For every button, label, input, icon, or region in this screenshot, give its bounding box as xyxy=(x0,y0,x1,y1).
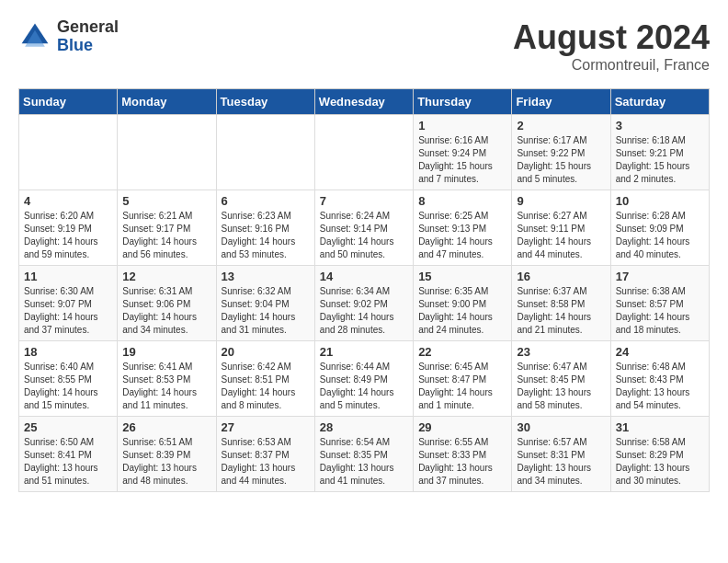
day-info: Sunrise: 6:50 AM Sunset: 8:41 PM Dayligh… xyxy=(24,436,112,488)
calendar-cell: 14Sunrise: 6:34 AM Sunset: 9:02 PM Dayli… xyxy=(314,266,413,341)
day-number: 17 xyxy=(616,270,704,283)
calendar-cell: 5Sunrise: 6:21 AM Sunset: 9:17 PM Daylig… xyxy=(118,190,216,266)
day-number: 1 xyxy=(418,119,506,132)
day-number: 11 xyxy=(24,270,112,283)
day-info: Sunrise: 6:55 AM Sunset: 8:33 PM Dayligh… xyxy=(418,436,506,488)
page-header: General Blue August 2024 Cormontreuil, F… xyxy=(18,18,710,74)
day-info: Sunrise: 6:27 AM Sunset: 9:11 PM Dayligh… xyxy=(517,210,605,261)
calendar-cell: 6Sunrise: 6:23 AM Sunset: 9:16 PM Daylig… xyxy=(216,190,314,266)
calendar-cell: 23Sunrise: 6:47 AM Sunset: 8:45 PM Dayli… xyxy=(512,341,610,417)
calendar-week-row: 18Sunrise: 6:40 AM Sunset: 8:55 PM Dayli… xyxy=(19,341,710,417)
calendar-cell: 9Sunrise: 6:27 AM Sunset: 9:11 PM Daylig… xyxy=(512,190,610,266)
day-number: 21 xyxy=(320,345,408,359)
day-info: Sunrise: 6:17 AM Sunset: 9:22 PM Dayligh… xyxy=(517,134,605,186)
logo-blue-text: Blue xyxy=(57,37,119,55)
calendar-cell: 28Sunrise: 6:54 AM Sunset: 8:35 PM Dayli… xyxy=(314,417,413,492)
logo-icon xyxy=(18,20,51,53)
calendar-table: SundayMondayTuesdayWednesdayThursdayFrid… xyxy=(18,88,710,492)
day-number: 27 xyxy=(222,420,310,434)
day-info: Sunrise: 6:44 AM Sunset: 8:49 PM Dayligh… xyxy=(320,361,408,412)
calendar-cell xyxy=(216,115,314,190)
calendar-cell: 20Sunrise: 6:42 AM Sunset: 8:51 PM Dayli… xyxy=(216,341,314,417)
day-number: 28 xyxy=(320,420,408,434)
calendar-cell: 17Sunrise: 6:38 AM Sunset: 8:57 PM Dayli… xyxy=(610,266,709,341)
title-block: August 2024 Cormontreuil, France xyxy=(513,18,710,74)
calendar-cell: 13Sunrise: 6:32 AM Sunset: 9:04 PM Dayli… xyxy=(216,266,314,341)
weekday-header-row: SundayMondayTuesdayWednesdayThursdayFrid… xyxy=(19,89,710,115)
weekday-header: Friday xyxy=(512,89,610,115)
day-number: 24 xyxy=(616,345,704,359)
calendar-cell: 30Sunrise: 6:57 AM Sunset: 8:31 PM Dayli… xyxy=(512,417,610,492)
day-number: 13 xyxy=(222,270,310,283)
calendar-cell: 10Sunrise: 6:28 AM Sunset: 9:09 PM Dayli… xyxy=(610,190,709,266)
logo: General Blue xyxy=(18,18,119,55)
day-info: Sunrise: 6:58 AM Sunset: 8:29 PM Dayligh… xyxy=(616,436,704,488)
day-info: Sunrise: 6:30 AM Sunset: 9:07 PM Dayligh… xyxy=(24,285,112,337)
day-number: 7 xyxy=(320,194,408,208)
day-info: Sunrise: 6:24 AM Sunset: 9:14 PM Dayligh… xyxy=(320,210,408,261)
day-info: Sunrise: 6:47 AM Sunset: 8:45 PM Dayligh… xyxy=(517,361,605,412)
day-info: Sunrise: 6:40 AM Sunset: 8:55 PM Dayligh… xyxy=(24,361,112,412)
month-title: August 2024 xyxy=(513,18,710,57)
day-info: Sunrise: 6:41 AM Sunset: 8:53 PM Dayligh… xyxy=(122,361,210,412)
day-info: Sunrise: 6:21 AM Sunset: 9:17 PM Dayligh… xyxy=(122,210,210,261)
day-info: Sunrise: 6:48 AM Sunset: 8:43 PM Dayligh… xyxy=(616,361,704,412)
day-number: 25 xyxy=(24,420,112,434)
day-info: Sunrise: 6:51 AM Sunset: 8:39 PM Dayligh… xyxy=(122,436,210,488)
weekday-header: Thursday xyxy=(414,89,512,115)
day-number: 23 xyxy=(517,345,605,359)
calendar-cell: 29Sunrise: 6:55 AM Sunset: 8:33 PM Dayli… xyxy=(414,417,512,492)
calendar-cell: 4Sunrise: 6:20 AM Sunset: 9:19 PM Daylig… xyxy=(19,190,118,266)
weekday-header: Sunday xyxy=(19,89,118,115)
day-number: 2 xyxy=(517,119,605,132)
calendar-cell xyxy=(314,115,413,190)
day-info: Sunrise: 6:45 AM Sunset: 8:47 PM Dayligh… xyxy=(418,361,506,412)
calendar-cell: 19Sunrise: 6:41 AM Sunset: 8:53 PM Dayli… xyxy=(118,341,216,417)
calendar-cell: 15Sunrise: 6:35 AM Sunset: 9:00 PM Dayli… xyxy=(414,266,512,341)
calendar-cell xyxy=(118,115,216,190)
calendar-cell: 18Sunrise: 6:40 AM Sunset: 8:55 PM Dayli… xyxy=(19,341,118,417)
day-info: Sunrise: 6:38 AM Sunset: 8:57 PM Dayligh… xyxy=(616,285,704,337)
calendar-cell: 8Sunrise: 6:25 AM Sunset: 9:13 PM Daylig… xyxy=(414,190,512,266)
day-number: 26 xyxy=(122,420,210,434)
day-info: Sunrise: 6:53 AM Sunset: 8:37 PM Dayligh… xyxy=(222,436,310,488)
calendar-week-row: 4Sunrise: 6:20 AM Sunset: 9:19 PM Daylig… xyxy=(19,190,710,266)
day-info: Sunrise: 6:32 AM Sunset: 9:04 PM Dayligh… xyxy=(222,285,310,337)
calendar-cell: 22Sunrise: 6:45 AM Sunset: 8:47 PM Dayli… xyxy=(414,341,512,417)
calendar-week-row: 25Sunrise: 6:50 AM Sunset: 8:41 PM Dayli… xyxy=(19,417,710,492)
calendar-cell: 12Sunrise: 6:31 AM Sunset: 9:06 PM Dayli… xyxy=(118,266,216,341)
calendar-cell xyxy=(19,115,118,190)
logo-general-text: General xyxy=(57,18,119,37)
calendar-cell: 11Sunrise: 6:30 AM Sunset: 9:07 PM Dayli… xyxy=(19,266,118,341)
calendar-cell: 2Sunrise: 6:17 AM Sunset: 9:22 PM Daylig… xyxy=(512,115,610,190)
calendar-cell: 1Sunrise: 6:16 AM Sunset: 9:24 PM Daylig… xyxy=(414,115,512,190)
calendar-week-row: 1Sunrise: 6:16 AM Sunset: 9:24 PM Daylig… xyxy=(19,115,710,190)
day-number: 29 xyxy=(418,420,506,434)
calendar-cell: 16Sunrise: 6:37 AM Sunset: 8:58 PM Dayli… xyxy=(512,266,610,341)
day-number: 18 xyxy=(24,345,112,359)
day-info: Sunrise: 6:18 AM Sunset: 9:21 PM Dayligh… xyxy=(616,134,704,186)
calendar-cell: 3Sunrise: 6:18 AM Sunset: 9:21 PM Daylig… xyxy=(610,115,709,190)
day-number: 31 xyxy=(616,420,704,434)
day-number: 8 xyxy=(418,194,506,208)
day-info: Sunrise: 6:23 AM Sunset: 9:16 PM Dayligh… xyxy=(222,210,310,261)
logo-text: General Blue xyxy=(57,18,119,55)
day-number: 5 xyxy=(122,194,210,208)
day-number: 15 xyxy=(418,270,506,283)
calendar-cell: 24Sunrise: 6:48 AM Sunset: 8:43 PM Dayli… xyxy=(610,341,709,417)
weekday-header: Saturday xyxy=(610,89,709,115)
location-title: Cormontreuil, France xyxy=(513,57,710,74)
day-number: 16 xyxy=(517,270,605,283)
day-number: 6 xyxy=(222,194,310,208)
weekday-header: Monday xyxy=(118,89,216,115)
day-info: Sunrise: 6:42 AM Sunset: 8:51 PM Dayligh… xyxy=(222,361,310,412)
day-number: 19 xyxy=(122,345,210,359)
day-number: 30 xyxy=(517,420,605,434)
calendar-cell: 25Sunrise: 6:50 AM Sunset: 8:41 PM Dayli… xyxy=(19,417,118,492)
calendar-cell: 21Sunrise: 6:44 AM Sunset: 8:49 PM Dayli… xyxy=(314,341,413,417)
day-number: 10 xyxy=(616,194,704,208)
day-number: 3 xyxy=(616,119,704,132)
day-info: Sunrise: 6:34 AM Sunset: 9:02 PM Dayligh… xyxy=(320,285,408,337)
weekday-header: Wednesday xyxy=(314,89,413,115)
calendar-week-row: 11Sunrise: 6:30 AM Sunset: 9:07 PM Dayli… xyxy=(19,266,710,341)
